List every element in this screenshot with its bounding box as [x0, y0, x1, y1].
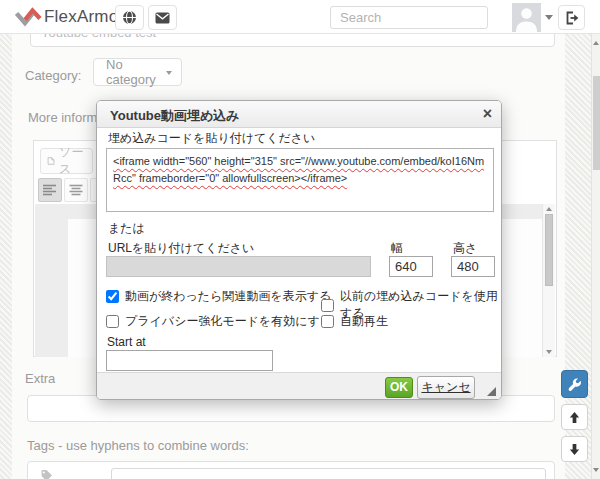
related-videos-label: 動画が終わったら関連動画を表示する	[125, 288, 331, 305]
user-avatar[interactable]	[512, 3, 541, 32]
url-input[interactable]	[106, 256, 371, 277]
page-scrollbar[interactable]	[591, 34, 600, 479]
youtube-embed-dialog: Youtube動画埋め込み × 埋め込みコードを貼り付けてください <ifram…	[96, 100, 502, 400]
envelope-icon	[155, 12, 170, 24]
start-at-label: Start at	[107, 335, 146, 349]
scroll-down-icon[interactable]	[593, 468, 599, 472]
height-label: 高さ	[453, 240, 477, 257]
url-label: URLを貼り付けてください	[108, 240, 254, 257]
flexarmor-logo-icon	[15, 5, 42, 30]
width-label: 幅	[391, 240, 403, 257]
arrow-up-icon	[568, 411, 581, 424]
move-up-button[interactable]	[561, 404, 588, 430]
logout-button[interactable]	[558, 5, 585, 30]
source-doc-icon	[47, 155, 55, 167]
align-center-button[interactable]	[64, 178, 88, 202]
close-icon[interactable]: ×	[483, 104, 492, 124]
move-down-button[interactable]	[561, 436, 588, 462]
align-center-icon	[69, 184, 83, 196]
category-label: Category:	[25, 68, 81, 83]
globe-button[interactable]	[115, 5, 144, 30]
autoplay-label: 自動再生	[340, 313, 388, 330]
related-videos-checkbox[interactable]	[106, 290, 119, 303]
messages-button[interactable]	[148, 5, 177, 30]
cancel-button[interactable]: キャンセル	[417, 376, 475, 399]
scroll-up-icon[interactable]	[546, 207, 552, 211]
ok-button[interactable]: OK	[385, 377, 413, 398]
brand-name: FlexArmor	[44, 7, 124, 27]
wrench-icon	[567, 377, 582, 392]
tags-input[interactable]	[111, 468, 546, 479]
resize-handle-icon[interactable]	[487, 387, 496, 396]
editor-scrollbar[interactable]	[542, 204, 555, 357]
app-root: Category: No category More information ソ…	[0, 0, 600, 479]
width-input[interactable]	[389, 256, 433, 277]
autoplay-checkbox[interactable]	[321, 315, 334, 328]
embed-code-textarea[interactable]: <iframe width="560" height="315" src="//…	[106, 148, 494, 212]
dialog-header[interactable]: Youtube動画埋め込み ×	[97, 101, 501, 128]
extra-label: Extra	[25, 371, 55, 386]
checkbox-row: 動画が終わったら関連動画を表示する	[106, 288, 331, 305]
dialog-footer: OK キャンセル	[97, 372, 501, 399]
top-navbar: FlexArmor	[0, 0, 600, 34]
privacy-mode-checkbox[interactable]	[106, 315, 119, 328]
height-input[interactable]	[451, 256, 495, 277]
or-label: または	[108, 220, 145, 237]
arrow-down-icon	[568, 443, 581, 456]
align-left-button[interactable]	[38, 178, 62, 202]
old-embed-code-checkbox[interactable]	[321, 299, 334, 312]
editor-scrollbar-thumb[interactable]	[545, 214, 553, 286]
scroll-up-icon[interactable]	[593, 41, 599, 45]
checkbox-row: プライバシー強化モードを有効にする	[106, 313, 332, 330]
privacy-mode-label: プライバシー強化モードを有効にする	[125, 313, 332, 330]
tags-label: Tags - use hyphens to combine words:	[27, 438, 249, 453]
caret-down-icon[interactable]	[545, 15, 553, 20]
source-button-label: ソース	[59, 144, 86, 178]
category-selected-value: No category	[106, 57, 169, 87]
search-input[interactable]	[330, 6, 488, 29]
tag-icon	[40, 469, 53, 479]
page-scrollbar-thumb[interactable]	[593, 76, 600, 170]
checkbox-row: 自動再生	[321, 313, 388, 330]
scroll-down-icon[interactable]	[546, 350, 552, 354]
align-left-icon	[43, 184, 57, 196]
settings-wrench-button[interactable]	[561, 370, 588, 398]
embed-code-label: 埋め込みコードを貼り付けてください	[108, 130, 315, 147]
logout-icon	[565, 11, 579, 25]
globe-icon	[122, 10, 137, 25]
source-button[interactable]: ソース	[40, 148, 93, 174]
chevron-down-icon	[166, 71, 172, 75]
start-at-input[interactable]	[106, 350, 273, 371]
dialog-title: Youtube動画埋め込み	[110, 107, 240, 125]
user-avatar-icon	[512, 3, 541, 32]
category-select[interactable]: No category	[93, 58, 182, 86]
tags-field[interactable]	[27, 461, 555, 479]
